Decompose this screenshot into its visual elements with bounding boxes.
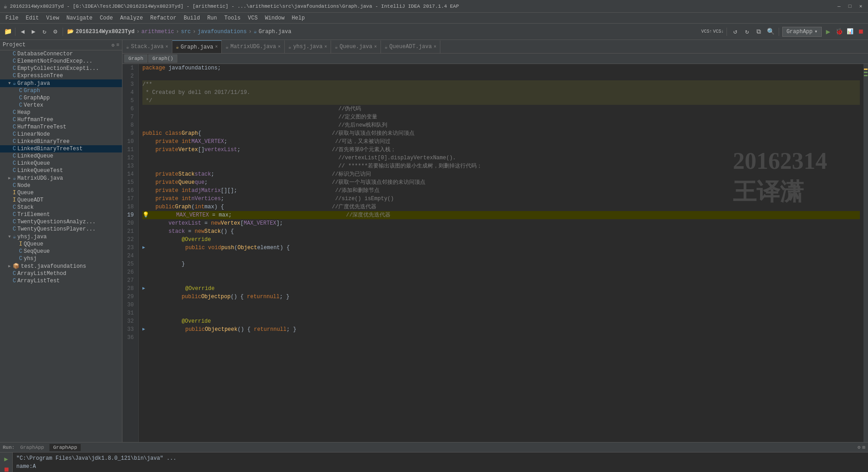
menu-build[interactable]: Build xyxy=(180,14,204,22)
tree-item-matrixudg[interactable]: ▶ ☕ MatrixUDG.java xyxy=(0,174,122,182)
tree-item-elementnotfound[interactable]: C ElementNotFoundExcep... xyxy=(0,58,122,65)
sidebar-gear-icon[interactable]: ⚙ xyxy=(112,42,115,48)
stop-button[interactable]: ⏹ xyxy=(856,27,865,36)
tab-close-btn[interactable]: × xyxy=(324,44,327,49)
toolbar-settings-btn[interactable]: ⚙ xyxy=(50,27,60,37)
tree-item-queueadt[interactable]: I QueueADT xyxy=(0,197,122,204)
tab-matrixudg[interactable]: ☕ MatrixUDG.java × xyxy=(222,40,284,53)
run-settings-icon[interactable]: ⚙ xyxy=(858,444,861,450)
tree-item-linkedqueue[interactable]: C LinkedQueue xyxy=(0,152,122,160)
item-label: QueueADT xyxy=(17,197,44,203)
breadcrumb-file[interactable]: Graph.java xyxy=(258,29,291,35)
tree-item-databaseconnector[interactable]: C DatabaseConnector xyxy=(0,50,122,58)
menu-code[interactable]: Code xyxy=(96,14,117,22)
menu-edit[interactable]: Edit xyxy=(22,14,43,22)
breadcrumb-src[interactable]: src xyxy=(181,29,191,35)
toolbar-redo[interactable]: ↻ xyxy=(742,27,752,37)
toolbar-vcs1[interactable]: VCS↑ xyxy=(702,27,712,37)
menu-help[interactable]: Help xyxy=(288,14,308,22)
tree-item-expressiontree[interactable]: C ExpressionTree xyxy=(0,72,122,79)
tab-queueadt[interactable]: ☕ QueueADT.java × xyxy=(381,40,440,53)
run-button[interactable]: ▶ xyxy=(824,27,833,36)
tab-label: Stack.java xyxy=(131,44,164,50)
toolbar-copy[interactable]: ⧉ xyxy=(754,27,764,37)
tree-item-arraylisttest[interactable]: C ArrayListTest xyxy=(0,277,122,285)
tree-item-trielement[interactable]: C TriElement xyxy=(0,211,122,218)
breadcrumb-project[interactable]: 20162314Wyx8023Tyd xyxy=(76,29,135,35)
menu-view[interactable]: View xyxy=(43,14,63,22)
tree-item-queue[interactable]: I Queue xyxy=(0,189,122,197)
menu-vcs[interactable]: VCS xyxy=(244,14,262,22)
toolbar-vcs2[interactable]: VCS↓ xyxy=(713,27,723,37)
tree-item-seqqueue[interactable]: C SeqQueue xyxy=(0,248,122,255)
code-content[interactable]: 20162314 王译潇 package javafoundations; /*… xyxy=(139,64,863,442)
menu-window[interactable]: Window xyxy=(261,14,288,22)
tab-close-btn[interactable]: × xyxy=(278,44,281,49)
tab-queue[interactable]: ☕ Queue.java × xyxy=(331,40,381,53)
breadcrumb-file-icon: ☕ xyxy=(254,28,257,35)
tree-item-twentyquestionsplayer[interactable]: C TwentyQuestionsPlayer... xyxy=(0,226,122,233)
tree-item-huffmantreetest[interactable]: C HuffmanTreeTest xyxy=(0,123,122,131)
tab-close-btn[interactable]: × xyxy=(215,44,218,49)
tab-close-btn[interactable]: × xyxy=(374,44,377,49)
toolbar-refresh-btn[interactable]: ↻ xyxy=(39,27,49,37)
outline-tab-graph-constructor[interactable]: Graph() xyxy=(148,54,177,63)
tree-item-yhsj[interactable]: C yhsj xyxy=(0,255,122,262)
menu-navigate[interactable]: Navigate xyxy=(63,14,96,22)
tree-item-twentyquestionsanalyze[interactable]: C TwentyQuestionsAnalyz... xyxy=(0,218,122,226)
menu-analyze[interactable]: Analyze xyxy=(117,14,146,22)
tab-graph[interactable]: ☕ Graph.java × xyxy=(172,40,222,53)
tab-stack[interactable]: ☕ Stack.java × xyxy=(122,40,172,53)
right-gutter xyxy=(863,64,868,442)
toolbar-undo[interactable]: ↺ xyxy=(730,27,740,37)
tree-item-linkedbinarytree[interactable]: C LinkedBinaryTree xyxy=(0,138,122,145)
run-layout-icon[interactable]: ⊞ xyxy=(862,444,865,450)
coverage-button[interactable]: 📊 xyxy=(845,27,854,36)
run-stop-btn[interactable]: ⏹ xyxy=(2,465,11,472)
toolbar-back-btn[interactable]: ◀ xyxy=(18,27,28,37)
tree-item-huffmantree[interactable]: C HuffmanTree xyxy=(0,116,122,123)
tree-item-yhsj-java[interactable]: ▼ ☕ yhsj.java xyxy=(0,233,122,241)
run-tab-graphapp2[interactable]: GraphApp xyxy=(49,444,81,451)
toolbar-forward-btn[interactable]: ▶ xyxy=(29,27,39,37)
minimize-button[interactable]: — xyxy=(835,3,843,10)
toolbar-search[interactable]: 🔍 xyxy=(766,27,775,37)
close-button[interactable]: ✕ xyxy=(857,3,864,10)
menu-tools[interactable]: Tools xyxy=(221,14,244,22)
code-line-6: //伪代码 xyxy=(142,105,860,113)
tab-close-btn[interactable]: × xyxy=(166,44,168,49)
menu-run[interactable]: Run xyxy=(204,14,221,22)
tree-item-linkedbinarytreetest[interactable]: C LinkedBinaryTreeTest xyxy=(0,145,122,152)
code-line-4: * Created by dell on 2017/11/19. xyxy=(142,88,860,97)
tree-item-graphapp[interactable]: C GraphApp xyxy=(0,94,122,102)
tree-item-graph-java[interactable]: ▼ ☕ Graph.java xyxy=(0,79,122,87)
tree-item-qqueue[interactable]: I QQueue xyxy=(0,241,122,248)
maximize-button[interactable]: □ xyxy=(846,3,853,10)
run-restart-btn[interactable]: ▶ xyxy=(2,454,11,463)
tree-item-vertex[interactable]: C Vertex xyxy=(0,102,122,109)
tree-item-emptycollection[interactable]: C EmptyCollectionExcepti... xyxy=(0,65,122,72)
breadcrumb-module[interactable]: arithmetic xyxy=(141,29,174,35)
outline-tab-graph[interactable]: Graph xyxy=(124,54,147,63)
tree-item-linearnode[interactable]: C LinearNode xyxy=(0,131,122,138)
tree-item-stack[interactable]: C Stack xyxy=(0,204,122,211)
menu-file[interactable]: File xyxy=(2,14,22,22)
tree-item-linkequeue[interactable]: C LinkeQueue xyxy=(0,160,122,167)
tab-close-btn[interactable]: × xyxy=(434,44,436,49)
tree-item-node[interactable]: C Node xyxy=(0,182,122,189)
breadcrumb-package[interactable]: javafoundations xyxy=(198,29,247,35)
run-tab-graphapp1[interactable]: GraphApp xyxy=(16,444,48,451)
tree-item-heap[interactable]: C Heap xyxy=(0,109,122,116)
run-output: "C:\Program Files\Java\jdk1.8.0_121\bin\… xyxy=(13,452,868,472)
tab-yhsj[interactable]: ☕ yhsj.java × xyxy=(285,40,331,53)
menu-refactor[interactable]: Refactor xyxy=(146,14,180,22)
tree-item-test-javafoundations[interactable]: ▶ 📦 test.javafoundations xyxy=(0,262,122,270)
class-icon: C xyxy=(13,278,16,284)
sidebar-layout-icon[interactable]: ≡ xyxy=(116,42,119,48)
sidebar-header: Project ⚙ ≡ xyxy=(0,40,122,50)
run-config-selector[interactable]: GraphApp ▾ xyxy=(782,27,822,37)
tree-item-graph[interactable]: C Graph xyxy=(0,87,122,94)
tree-item-linkequeuetest[interactable]: C LinkeQueueTest xyxy=(0,167,122,174)
tree-item-arraylistmethod[interactable]: C ArrayListMethod xyxy=(0,270,122,277)
debug-button[interactable]: 🐞 xyxy=(834,27,844,36)
